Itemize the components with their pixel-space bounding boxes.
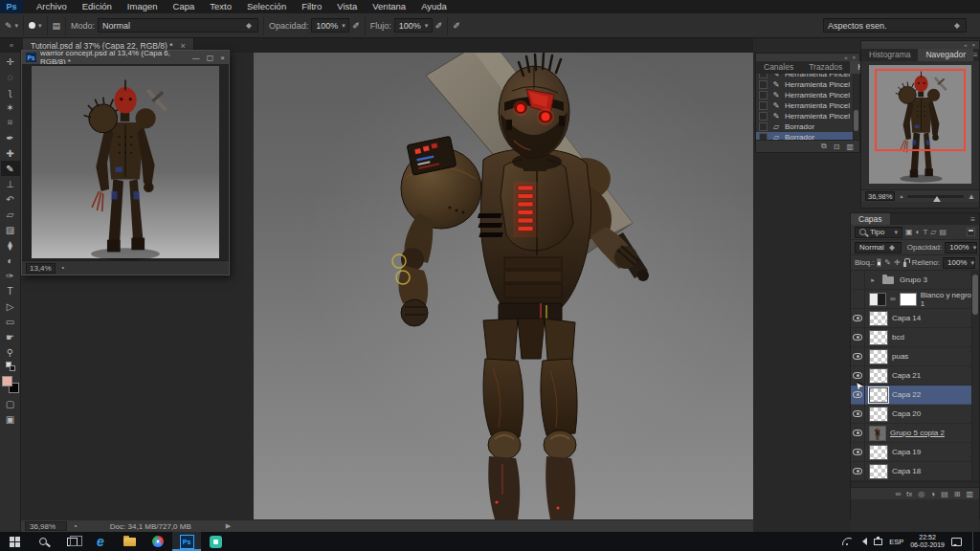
layer-blend-mode-select[interactable]: Normal (855, 242, 902, 253)
layers-scrollbar[interactable] (971, 271, 979, 481)
layer-row-grupo-5-copia-2[interactable]: Grupo 5 copia 2 (851, 424, 979, 443)
eye-icon[interactable] (853, 353, 862, 360)
network-icon[interactable] (874, 539, 882, 545)
layer-thumbnail[interactable] (869, 349, 888, 364)
tab-canales[interactable]: Canales (756, 61, 801, 74)
opacity-select[interactable]: 100% ▾ (311, 18, 349, 33)
quick-mask-button[interactable]: ▢ (1, 396, 20, 411)
color-swatches[interactable] (2, 376, 19, 393)
path-selection-tool[interactable]: ▷ (1, 298, 20, 314)
layer-thumbnail[interactable] (869, 464, 888, 479)
notification-center-icon[interactable] (951, 538, 962, 546)
eye-icon[interactable] (853, 430, 862, 436)
adjustment-thumbnail[interactable] (869, 293, 886, 306)
taskbar-search-button[interactable] (29, 532, 57, 551)
screen-mode-button[interactable]: ▣ (1, 411, 20, 427)
menu-archivo[interactable]: Archivo (29, 0, 75, 13)
wifi-icon[interactable] (842, 538, 852, 545)
layer-thumbnail[interactable] (869, 387, 888, 403)
eye-icon[interactable] (853, 449, 862, 455)
history-source-checkbox[interactable] (759, 101, 768, 110)
navigator-preview[interactable] (869, 65, 971, 184)
float-window-canvas[interactable] (22, 64, 229, 260)
layer-row-capa-18[interactable]: Capa 18 (851, 462, 979, 481)
menu-ventana[interactable]: Ventana (365, 0, 413, 13)
minimize-icon[interactable]: — (192, 54, 200, 62)
history-brush-tool[interactable]: ↶ (1, 191, 20, 207)
floating-document-window[interactable]: Ps warrior concept.psd al 13,4% (Capa 6,… (21, 50, 230, 276)
add-mask-icon[interactable]: ◎ (918, 490, 924, 498)
menu-ayuda[interactable]: Ayuda (413, 0, 455, 13)
lock-transparency-icon[interactable] (877, 258, 881, 267)
volume-icon[interactable] (858, 538, 867, 545)
tab-trazados[interactable]: Trazados (801, 61, 850, 74)
lock-paint-icon[interactable]: ✎ (884, 258, 891, 267)
collapse-arrows-icon[interactable]: « (0, 38, 23, 53)
visibility-cell[interactable] (851, 271, 865, 290)
close-icon[interactable]: × (852, 55, 856, 60)
layer-thumbnail-figure[interactable] (869, 426, 886, 441)
slider-handle[interactable] (933, 192, 941, 202)
layer-thumbnail[interactable] (869, 368, 888, 384)
eye-icon[interactable] (853, 372, 862, 379)
screen-recorder-button[interactable] (201, 532, 230, 551)
float-window-titlebar[interactable]: Ps warrior concept.psd al 13,4% (Capa 6,… (22, 51, 229, 64)
shape-tool[interactable]: ▭ (1, 314, 20, 329)
status-circle-icon[interactable]: ◔ (60, 264, 65, 273)
history-entry[interactable]: ✎ Herramienta Pincel (756, 111, 859, 121)
pressure-size-button[interactable]: ✐ (448, 16, 465, 35)
taskbar-clock[interactable]: 22:52 06-02-2019 (910, 534, 945, 549)
lock-all-icon[interactable] (903, 262, 906, 267)
chrome-button[interactable] (144, 532, 172, 551)
visibility-cell[interactable] (851, 405, 865, 424)
filter-pixel-icon[interactable]: ▣ (905, 228, 913, 236)
history-entry[interactable]: ✎ Herramienta Pincel (756, 100, 859, 111)
panel-menu-icon[interactable]: ≡ (970, 213, 979, 225)
eye-icon[interactable] (853, 334, 862, 341)
eye-icon[interactable] (853, 315, 862, 321)
tab-capas[interactable]: Capas (851, 213, 890, 225)
filter-adjustment-icon[interactable]: ◐ (916, 228, 921, 236)
new-doc-from-state-icon[interactable]: ⧉ (821, 142, 827, 151)
eraser-tool[interactable]: ▱ (1, 207, 20, 222)
layer-row-puas[interactable]: puas (851, 347, 979, 366)
lasso-tool[interactable]: ʅ (1, 84, 20, 99)
zoom-level-field[interactable]: 36,98% (25, 521, 67, 531)
start-button[interactable] (0, 532, 29, 551)
brush-tip-picker[interactable]: ▾ (24, 16, 48, 35)
layer-opacity-select[interactable]: 100% ▾ (945, 242, 977, 253)
status-arrow-icon[interactable]: ▶ (226, 522, 231, 530)
menu-seleccion[interactable]: Selección (239, 0, 294, 13)
new-group-icon[interactable]: ▤ (941, 490, 948, 498)
crop-tool[interactable]: ⌗ (1, 115, 20, 130)
history-source-checkbox[interactable] (759, 80, 768, 89)
visibility-cell[interactable] (851, 347, 865, 366)
history-source-checkbox[interactable] (759, 91, 768, 99)
float-zoom-field[interactable]: 13,4% (26, 263, 56, 274)
layer-thumbnail[interactable] (869, 445, 888, 460)
eye-icon[interactable] (853, 410, 862, 417)
layer-fill-select[interactable]: 100% ▾ (943, 257, 975, 269)
layer-thumbnail[interactable] (869, 407, 888, 422)
layer-row-blanco-y-negro[interactable]: ∞ Blanco y negro 1 (851, 290, 979, 309)
zoom-out-icon[interactable]: ▲ (899, 193, 903, 199)
scrollbar-thumb[interactable] (854, 110, 858, 131)
triangle-right-icon[interactable]: ▸ (869, 276, 877, 284)
magic-wand-tool[interactable]: ✶ (1, 99, 20, 115)
mask-thumbnail[interactable] (900, 293, 917, 306)
gradient-tool[interactable]: ▨ (1, 222, 20, 237)
flow-select[interactable]: 100% ▾ (394, 18, 433, 33)
history-scrollbar[interactable] (853, 74, 859, 140)
layer-row-capa-20[interactable]: Capa 20 (851, 405, 979, 424)
marquee-tool[interactable]: ◌ (1, 69, 20, 84)
visibility-cell[interactable] (851, 290, 865, 309)
move-tool[interactable]: ✛ (1, 54, 20, 69)
layer-thumbnail[interactable] (869, 330, 888, 345)
tool-preset-picker[interactable]: ✎ ▾ (0, 16, 24, 35)
filter-toggle-icon[interactable] (967, 228, 975, 236)
menu-capa[interactable]: Capa (166, 0, 203, 13)
zoom-tool[interactable]: ⚲ (1, 344, 20, 360)
new-snapshot-icon[interactable]: ⊡ (834, 143, 840, 151)
default-swatches-icon[interactable] (6, 362, 15, 371)
delete-layer-icon[interactable]: ▥ (966, 490, 973, 498)
